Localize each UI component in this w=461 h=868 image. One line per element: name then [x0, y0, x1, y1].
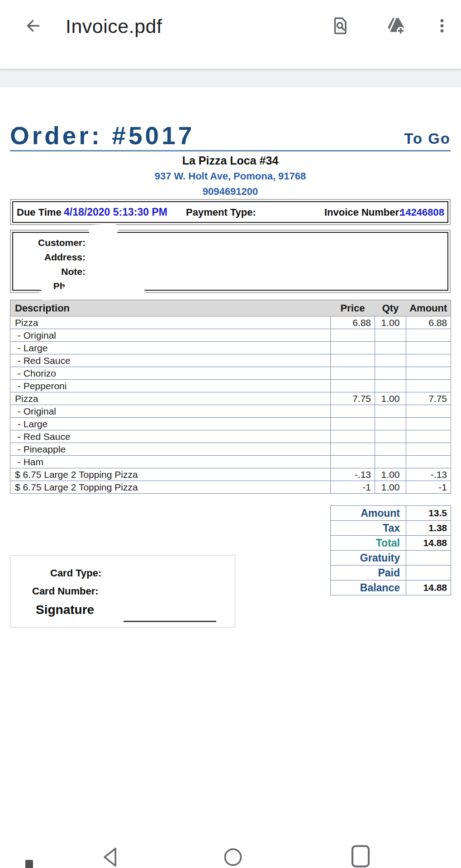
item-qty — [375, 443, 406, 456]
totals-row: Balance 14.88 — [331, 580, 451, 595]
item-qty — [375, 456, 406, 468]
app-bar: Invoice.pdf — [0, 0, 461, 69]
document-title: Invoice.pdf — [66, 14, 162, 39]
nav-home-button[interactable] — [221, 846, 245, 868]
note-label: Note: — [13, 266, 86, 277]
item-amount — [406, 367, 451, 380]
invoice-number-label: Invoice Number: — [324, 207, 402, 218]
nav-back-button[interactable] — [99, 846, 122, 868]
payment-type-label: Payment Type: — [186, 207, 256, 218]
overflow-menu-button[interactable] — [433, 13, 451, 38]
item-row: - Original — [10, 405, 451, 418]
find-in-file-button[interactable] — [328, 13, 353, 38]
find-in-file-icon — [331, 16, 351, 36]
item-qty: 1.00 — [375, 316, 406, 329]
item-amount — [406, 354, 451, 367]
store-phone: 9094691200 — [10, 186, 451, 198]
item-amount — [406, 430, 451, 443]
more-vert-icon — [433, 17, 451, 35]
items-table-body: Pizza 6.88 1.00 6.88 - Original - Lar — [10, 316, 451, 494]
item-qty — [375, 430, 406, 443]
item-description: - Original — [10, 329, 331, 342]
item-qty — [375, 380, 406, 392]
item-amount — [406, 456, 451, 468]
item-price — [331, 354, 375, 367]
item-price — [331, 430, 375, 443]
signature-label: Signature — [36, 603, 94, 617]
add-to-drive-button[interactable] — [383, 13, 409, 38]
item-row: - Red Sauce — [10, 354, 451, 367]
viewer-background-gap — [0, 69, 461, 87]
item-description: - Large — [10, 342, 331, 354]
items-table: Description Price Qty Amount Pizza 6.88 … — [10, 300, 451, 494]
item-description: - Red Sauce — [10, 430, 331, 443]
order-meta-inner: Due Time 4/18/2020 5:13:30 PM Payment Ty… — [12, 201, 448, 223]
item-description: Pizza — [10, 316, 331, 329]
item-price — [331, 443, 375, 456]
item-price — [331, 329, 375, 342]
item-qty — [375, 418, 406, 430]
item-amount: 7.75 — [406, 392, 451, 405]
item-qty: 1.00 — [375, 468, 406, 481]
item-amount: -1 — [406, 481, 451, 494]
item-amount: 6.88 — [406, 316, 451, 329]
back-button[interactable] — [20, 13, 46, 38]
item-amount: -.13 — [406, 468, 451, 481]
item-amount — [406, 405, 451, 418]
nav-recents-button[interactable] — [349, 844, 372, 868]
nav-home-circle-icon — [221, 846, 245, 868]
item-amount — [406, 380, 451, 392]
bottom-edge-mark — [25, 860, 33, 868]
totals-row: Amount 13.5 — [331, 506, 451, 521]
totals-table: Amount 13.5 Tax 1.38 Total 14.88 Gr — [330, 505, 451, 595]
totals-label: Paid — [331, 566, 406, 580]
item-price — [331, 456, 375, 468]
totals-value: 1.38 — [406, 521, 451, 536]
nav-recents-square-icon — [349, 844, 372, 868]
order-type-badge: To Go — [404, 130, 451, 147]
invoice-number-value: 14246808 — [400, 207, 444, 218]
item-row: - Large — [10, 342, 451, 354]
item-description: - Pepperoni — [10, 380, 331, 392]
card-signature-box: Card Type: Card Number: Signature — [10, 555, 235, 627]
item-qty — [375, 329, 406, 342]
item-description: - Large — [10, 418, 331, 430]
back-arrow-icon — [24, 16, 43, 35]
header-amount: Amount — [406, 300, 451, 316]
due-time-value: 4/18/2020 5:13:30 PM — [64, 206, 167, 218]
redaction-smudge-top — [88, 223, 119, 236]
item-qty: 1.00 — [375, 481, 406, 494]
item-price — [331, 380, 375, 392]
due-time-label: Due Time — [17, 207, 62, 218]
item-description: - Ham — [10, 456, 331, 468]
item-description: - Chorizo — [10, 367, 331, 380]
item-row: - Ham — [10, 456, 451, 468]
item-qty — [375, 405, 406, 418]
screen: Invoice.pdf Order: — [0, 0, 461, 868]
item-price — [331, 405, 375, 418]
item-qty: 1.00 — [375, 392, 406, 405]
item-description: Pizza — [10, 392, 331, 405]
totals-row: Total 14.88 — [331, 536, 451, 551]
header-qty: Qty — [375, 300, 406, 316]
totals-label: Total — [331, 536, 406, 551]
store-name: La Pizza Loca #34 — [10, 154, 451, 167]
store-info: La Pizza Loca #34 937 W. Holt Ave, Pomon… — [10, 154, 451, 198]
item-row: Pizza 6.88 1.00 6.88 — [10, 316, 451, 329]
totals-value: 14.88 — [406, 536, 451, 551]
card-number-label: Card Number: — [32, 585, 99, 597]
item-amount — [406, 418, 451, 430]
totals-row: Gratuity — [331, 551, 451, 566]
header-description: Description — [10, 300, 331, 316]
item-price — [331, 418, 375, 430]
item-qty — [375, 342, 406, 354]
signature-line — [124, 621, 216, 622]
item-price: 6.88 — [331, 316, 375, 329]
redaction-smudge-below — [39, 288, 145, 300]
totals-value — [406, 566, 451, 580]
item-price — [331, 342, 375, 354]
item-row: Pizza 7.75 1.00 7.75 — [10, 392, 451, 405]
item-qty — [375, 367, 406, 380]
nav-back-triangle-icon — [99, 846, 122, 868]
order-underline — [10, 150, 451, 151]
